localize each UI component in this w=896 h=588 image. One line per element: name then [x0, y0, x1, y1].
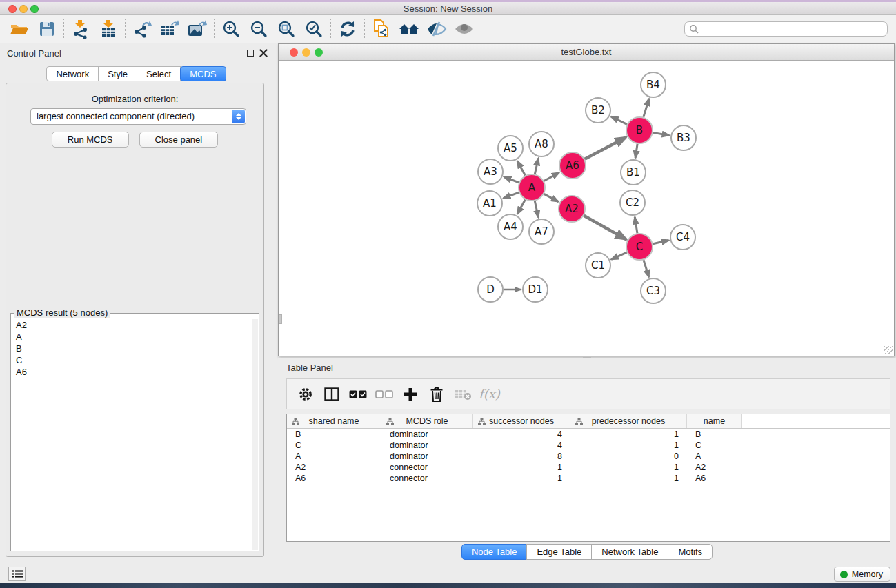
node-C3[interactable]: C3: [641, 278, 666, 303]
column-header-name[interactable]: name: [687, 414, 742, 428]
node-C2[interactable]: C2: [620, 190, 645, 215]
zoom-in-button[interactable]: [217, 18, 245, 40]
table-row[interactable]: A6connector11A6: [287, 473, 890, 484]
result-scrollbar[interactable]: [252, 319, 258, 550]
close-panel-icon[interactable]: [259, 49, 268, 57]
edge-A-A3[interactable]: [504, 177, 519, 183]
network-window-titlebar[interactable]: testGlobe.txt: [279, 44, 894, 61]
criterion-dropdown[interactable]: largest connected component (directed): [30, 108, 246, 125]
tab-mcds[interactable]: MCDS: [180, 66, 226, 81]
run-mcds-button[interactable]: Run MCDS: [52, 132, 129, 148]
node-B4[interactable]: B4: [641, 72, 666, 97]
window-resize-grip[interactable]: [884, 346, 893, 354]
hide-selected-button[interactable]: [423, 18, 450, 40]
result-item-b[interactable]: B: [12, 343, 252, 354]
zoom-fit-button[interactable]: [272, 18, 300, 40]
node-A5[interactable]: A5: [498, 136, 523, 161]
edge-B-B4[interactable]: [644, 99, 649, 117]
export-table-button[interactable]: [156, 18, 183, 40]
edge-C-C3[interactable]: [644, 260, 649, 277]
column-header-shared-name[interactable]: shared name: [287, 414, 381, 428]
refresh-view-button[interactable]: [334, 18, 361, 40]
export-network-button[interactable]: [128, 18, 156, 40]
tab-motifs[interactable]: Motifs: [668, 544, 713, 560]
tab-style[interactable]: Style: [98, 66, 137, 81]
memory-button[interactable]: Memory: [834, 567, 890, 582]
edge-A-A5[interactable]: [517, 161, 525, 175]
node-C[interactable]: C: [626, 234, 653, 260]
function-builder-button[interactable]: f(x): [479, 387, 500, 401]
table-settings-button[interactable]: [292, 383, 319, 406]
canvas-vertical-scroll-thumb[interactable]: [279, 314, 282, 324]
node-C1[interactable]: C1: [586, 253, 610, 278]
tab-select[interactable]: Select: [137, 66, 181, 81]
tab-edge-table[interactable]: Edge Table: [526, 544, 592, 560]
edge-A6-B[interactable]: [585, 137, 626, 159]
node-A1[interactable]: A1: [477, 191, 502, 216]
edge-B-B3[interactable]: [653, 132, 670, 135]
edge-B-B1[interactable]: [635, 144, 637, 158]
node-A3[interactable]: A3: [478, 159, 503, 184]
node-A[interactable]: A: [519, 174, 545, 201]
column-header-successor-nodes[interactable]: successor nodes: [473, 414, 570, 428]
node-C4[interactable]: C4: [670, 225, 695, 250]
save-session-button[interactable]: [33, 18, 61, 40]
float-panel-button[interactable]: [247, 50, 254, 57]
table-row[interactable]: A2connector11A2: [287, 462, 890, 473]
zoom-selected-button[interactable]: [300, 18, 328, 40]
show-all-button[interactable]: [450, 18, 478, 40]
open-file-button[interactable]: [6, 18, 33, 40]
node-D1[interactable]: D1: [523, 277, 548, 302]
node-B2[interactable]: B2: [586, 98, 610, 123]
add-column-button[interactable]: [397, 383, 424, 406]
edge-A-A1[interactable]: [504, 192, 519, 199]
search-input[interactable]: [699, 23, 887, 35]
export-image-button[interactable]: [183, 18, 211, 40]
search-box[interactable]: [684, 21, 888, 37]
node-A2[interactable]: A2: [559, 196, 585, 222]
import-table-button[interactable]: [94, 18, 122, 40]
edge-A-A6[interactable]: [544, 172, 559, 181]
table-row[interactable]: Bdominator41B: [287, 429, 890, 440]
tab-network-table[interactable]: Network Table: [591, 544, 668, 560]
column-header-MCDS-role[interactable]: MCDS role: [381, 414, 473, 428]
node-A8[interactable]: A8: [529, 132, 554, 156]
zoom-out-button[interactable]: [245, 18, 272, 40]
task-history-button[interactable]: [8, 567, 26, 581]
node-A7[interactable]: A7: [529, 219, 554, 244]
close-panel-button[interactable]: Close panel: [139, 132, 219, 148]
result-item-a[interactable]: A: [12, 331, 252, 343]
result-item-a2[interactable]: A2: [12, 319, 252, 331]
edge-B-B2[interactable]: [611, 116, 627, 124]
clone-network-button[interactable]: [368, 18, 395, 40]
edge-A-A8[interactable]: [535, 158, 538, 174]
node-B[interactable]: B: [626, 117, 653, 143]
edge-C-C4[interactable]: [653, 241, 669, 244]
node-A6[interactable]: A6: [559, 152, 586, 179]
node-A4[interactable]: A4: [498, 214, 523, 239]
delete-column-button[interactable]: [424, 383, 450, 406]
edge-A-A7[interactable]: [535, 201, 538, 218]
node-B1[interactable]: B1: [621, 160, 646, 185]
first-neighbors-button[interactable]: [395, 18, 423, 40]
mcds-result-list[interactable]: A2ABCA6: [12, 319, 252, 550]
deselect-all-button[interactable]: [371, 383, 397, 406]
delete-table-button[interactable]: [450, 383, 476, 406]
table-row[interactable]: Adominator80A: [287, 451, 890, 462]
edge-A2-C[interactable]: [584, 216, 626, 239]
tab-network[interactable]: Network: [46, 66, 99, 81]
edge-A-A2[interactable]: [544, 194, 559, 201]
edge-A-A4[interactable]: [517, 200, 525, 214]
network-canvas[interactable]: B4B2BB3A8A5A6A3B1AA1C2A2A4A7C4CC1DD1C3: [279, 61, 894, 356]
edge-C-C1[interactable]: [611, 252, 627, 259]
column-header-predecessor-nodes[interactable]: predecessor nodes: [570, 414, 687, 428]
import-network-button[interactable]: [67, 18, 94, 40]
show-columns-button[interactable]: [319, 383, 345, 406]
edge-C-C2[interactable]: [635, 217, 637, 233]
select-all-button[interactable]: [345, 383, 371, 406]
node-B3[interactable]: B3: [671, 125, 696, 150]
result-item-a6[interactable]: A6: [12, 366, 252, 378]
result-item-c[interactable]: C: [12, 354, 252, 366]
node-D[interactable]: D: [478, 277, 503, 302]
tab-node-table[interactable]: Node Table: [461, 544, 528, 560]
